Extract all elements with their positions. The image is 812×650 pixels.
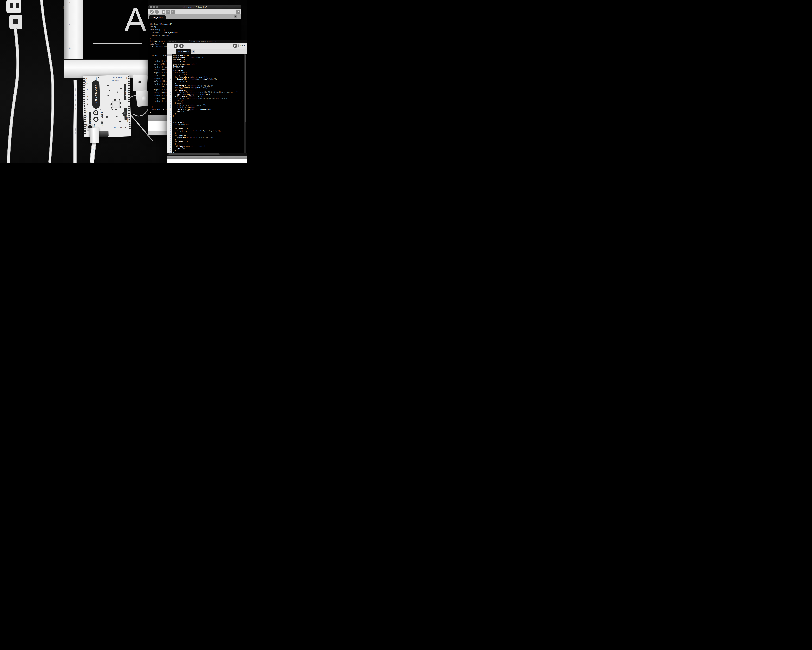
line-number: 19: [168, 93, 172, 95]
document-icon: [163, 11, 165, 13]
arrow-right-icon: [156, 11, 158, 13]
code-line: [150, 20, 241, 23]
tab-toliet-code-4[interactable]: Toliet_code_4: [176, 49, 191, 54]
tab-toilet-arduino[interactable]: toilet_arduino: [149, 15, 166, 19]
code-line: 41 if (mode == 2) {: [168, 141, 247, 143]
cable-print-text: CSA LL80671 AWM II A/B 80°C: [75, 88, 76, 111]
scrollbar-thumb[interactable]: [245, 55, 246, 122]
tab-menu-button[interactable]: ▼: [234, 15, 237, 18]
code-line: 27 cam.start();: [168, 111, 247, 113]
arrow-down-tray-icon: [171, 11, 174, 13]
mode-selector[interactable]: Java ▼: [238, 44, 246, 47]
code-line: 23 } else {: [168, 102, 247, 104]
check-icon: [151, 11, 153, 13]
code-line: 32void draw() {: [168, 121, 247, 123]
cable-print-text: SHUTTLE-2: [75, 128, 76, 136]
code-line: 38 if (mode == 1) {: [168, 134, 247, 136]
leonardo-badge: LEONARDO: [92, 80, 100, 109]
new-sketch-button[interactable]: [162, 10, 165, 14]
minimize-button[interactable]: [153, 6, 155, 8]
close-button[interactable]: [150, 6, 152, 8]
code-line: 14 }: [168, 82, 247, 85]
debug-button[interactable]: [233, 44, 237, 48]
horizontal-scrollbar[interactable]: [168, 152, 247, 156]
arduino-titlebar[interactable]: toilet_arduino | Arduino 1.8.5: [148, 5, 241, 9]
window-title: toilet_arduino | Arduino 1.8.5: [148, 6, 241, 8]
processing-titlebar[interactable]: Toliet_code_4 | Processing 3.3.6: [168, 40, 247, 43]
line-number: 30: [168, 117, 172, 119]
processing-console: [168, 159, 247, 163]
code-line: 29}: [168, 115, 247, 117]
line-number: 25: [168, 106, 172, 108]
code-line: 39 image(analyzing, 0, 0, width, height)…: [168, 136, 247, 139]
tab-menu-button[interactable]: ▼: [191, 50, 195, 53]
code-line: 33 background(255);: [168, 123, 247, 126]
code-line: 3int mode = 0;: [168, 59, 247, 61]
code-line: 1PImage analyzing;: [168, 54, 247, 56]
code-line: 15 analyzing = loadImage("analyzing.jpg"…: [168, 85, 247, 87]
code-line: 31: [168, 119, 247, 121]
code-line: #include "Keyboard.h": [150, 23, 241, 26]
chevron-down-icon: ▼: [244, 45, 245, 46]
run-button[interactable]: [174, 44, 178, 48]
code-line: void setup() {: [150, 28, 241, 31]
mounting-clamp: [133, 75, 148, 91]
line-number: 39: [168, 136, 172, 139]
save-sketch-button[interactable]: [171, 10, 175, 14]
line-number: 20: [168, 96, 172, 97]
line-number: 3: [168, 59, 172, 61]
code-line: 2PImage images[] = new PImage[28];: [168, 56, 247, 59]
line-number: 36: [168, 130, 172, 132]
code-line: 22 exit();: [168, 100, 247, 102]
line-number: 17: [168, 89, 172, 91]
processing-message-bar: [168, 156, 247, 159]
power-pin-labels: 3.3V RESET IOREF: [127, 108, 128, 129]
code-line: 46}: [168, 151, 247, 152]
code-line: Keyboard.begin();: [150, 34, 241, 37]
stop-button[interactable]: [179, 44, 183, 48]
arduino-logo-minus: −: [93, 117, 99, 122]
line-number: 31: [168, 119, 172, 121]
line-number: 44: [168, 147, 172, 149]
led-labels: RX TX L ON: [110, 127, 126, 128]
code-line: 30: [168, 117, 247, 119]
code-line: 42 }: [168, 143, 247, 145]
code-line: 19 cam = new Capture(this, 640, 480);: [168, 93, 247, 95]
code-line: 9 fullScreen(2);: [168, 72, 247, 74]
analog-in-label: ANALOG IN: [124, 84, 126, 100]
butterfly-icon: [234, 45, 237, 47]
line-number: 28: [168, 113, 172, 115]
line-number: 1: [168, 54, 172, 56]
line-number: 2: [168, 56, 172, 59]
code-line: 5import processing.video.*;: [168, 63, 247, 65]
clamp-knob: [142, 96, 147, 102]
line-number: 29: [168, 115, 172, 117]
code-line: 17 if (cameras == null) {: [168, 89, 247, 91]
line-number: 4: [168, 61, 172, 63]
line-number: 24: [168, 104, 172, 106]
code-line: 24 println("Available cameras:");: [168, 104, 247, 106]
mcu-chip: [112, 101, 120, 108]
document-icon: [189, 40, 190, 42]
code-line: 44 cam.read();: [168, 147, 247, 149]
serial-monitor-button[interactable]: [236, 9, 240, 14]
code-line: 7: [168, 67, 247, 70]
line-number: 15: [168, 85, 172, 87]
code-line: 26 cam = new Capture(this, cameras[0]);: [168, 108, 247, 110]
verify-button[interactable]: [150, 10, 154, 14]
scrollbar-thumb[interactable]: [168, 153, 220, 155]
code-line: 20 } if (cameras.length == 0) {: [168, 96, 247, 97]
open-sketch-button[interactable]: [166, 10, 170, 14]
line-number: 32: [168, 121, 172, 123]
line-number: 45: [168, 149, 172, 151]
upload-button[interactable]: [155, 10, 159, 14]
magnifier-icon: [237, 11, 239, 13]
zoom-button[interactable]: [156, 6, 158, 8]
processing-ide-window: Toliet_code_4 | Processing 3.3.6: [168, 40, 247, 163]
cable-plug-1: [6, 0, 21, 13]
processing-code-editor[interactable]: 1PImage analyzing;2PImage images[] = new…: [168, 54, 247, 152]
vertical-scrollbar[interactable]: [244, 54, 246, 152]
line-number: 10: [168, 74, 172, 76]
processing-toolbar: Java ▼: [168, 43, 247, 49]
code-line: 43 if (cam.available() == true) {: [168, 145, 247, 147]
